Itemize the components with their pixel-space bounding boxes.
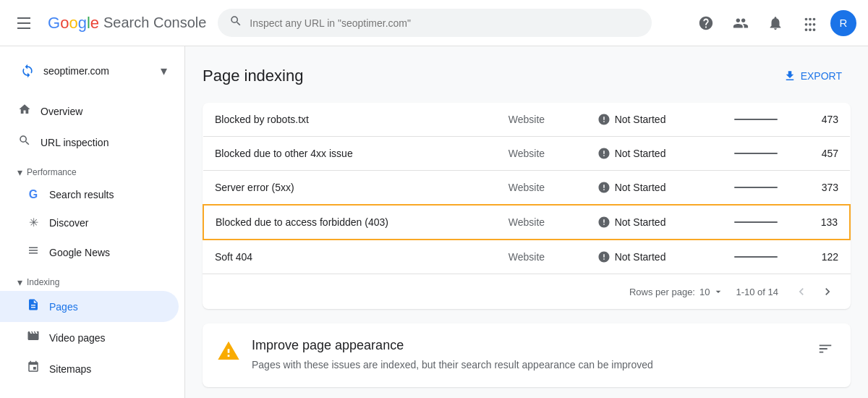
status-text: Not Started (615, 216, 666, 228)
status-text: Not Started (615, 182, 666, 193)
indexing-table-card: Blocked by robots.txt Website Not Starte… (203, 103, 851, 309)
improve-card: Improve page appearance Pages with these… (203, 323, 851, 387)
sidebar-item-search-results[interactable]: G Search results (0, 181, 179, 208)
site-selector[interactable]: seoptimer.com ▾ (6, 55, 179, 93)
sidebar: seoptimer.com ▾ Overview URL inspection … (0, 46, 185, 398)
next-page-button[interactable] (816, 280, 839, 303)
search-bar[interactable] (218, 9, 652, 37)
discover-icon: ✳ (26, 216, 41, 229)
improve-content: Improve page appearance Pages with these… (252, 338, 803, 373)
grid-button[interactable] (796, 9, 825, 38)
main-content: Page indexing EXPORT Blocked by robots.t… (185, 46, 868, 398)
row-type: Website (497, 240, 586, 274)
menu-icon[interactable] (12, 12, 36, 35)
page-header: Page indexing EXPORT (203, 64, 851, 88)
sidebar-item-pages[interactable]: Pages (0, 291, 179, 322)
status-icon (597, 147, 610, 160)
sidebar-item-pages-label: Pages (49, 301, 78, 313)
sidebar-item-sitemaps-label: Sitemaps (49, 363, 91, 375)
sidebar-item-discover-label: Discover (49, 217, 88, 229)
site-name: seoptimer.com (43, 65, 155, 77)
header-icons: R (692, 9, 856, 38)
status-text: Not Started (615, 114, 666, 125)
people-button[interactable] (726, 9, 755, 38)
sidebar-item-discover[interactable]: ✳ Discover (0, 208, 179, 237)
status-text: Not Started (615, 148, 666, 159)
sitemaps-icon (26, 360, 41, 377)
pages-icon (26, 298, 41, 315)
prev-page-button[interactable] (790, 280, 813, 303)
sidebar-item-search-results-label: Search results (49, 189, 114, 200)
table-row[interactable]: Blocked due to access forbidden (403) We… (203, 205, 850, 240)
row-type: Website (497, 137, 586, 171)
rows-per-page-label: Rows per page: (629, 287, 695, 297)
row-name: Soft 404 (203, 240, 497, 274)
row-status: Not Started (586, 171, 723, 206)
row-type: Website (497, 205, 586, 240)
sidebar-item-google-news[interactable]: Google News (0, 237, 179, 268)
sidebar-item-overview-label: Overview (41, 106, 82, 117)
table-footer: Rows per page: 10 1-10 of 14 (203, 274, 851, 309)
sidebar-item-sitemaps[interactable]: Sitemaps (0, 353, 179, 384)
row-count: 133 (789, 205, 850, 240)
help-button[interactable] (692, 9, 720, 38)
row-count: 122 (789, 240, 850, 274)
row-bar (723, 205, 789, 240)
page-title: Page indexing (203, 67, 303, 85)
row-bar (723, 171, 789, 206)
warning-icon (217, 339, 240, 368)
news-icon (26, 244, 41, 261)
page-nav (790, 280, 839, 303)
sidebar-item-url-inspection-label: URL inspection (41, 137, 109, 148)
row-type: Website (497, 103, 586, 137)
header-left: Google Search Console (12, 12, 206, 35)
status-icon (597, 216, 610, 229)
row-count: 473 (789, 103, 850, 137)
indexing-expand-icon: ▾ (17, 276, 22, 288)
video-icon (26, 329, 41, 346)
row-status: Not Started (586, 103, 723, 137)
performance-expand-icon: ▾ (17, 166, 22, 178)
body: seoptimer.com ▾ Overview URL inspection … (0, 46, 868, 398)
table-row[interactable]: Blocked by robots.txt Website Not Starte… (203, 103, 850, 137)
row-type: Website (497, 171, 586, 206)
sidebar-item-google-news-label: Google News (49, 247, 110, 258)
row-name: Server error (5xx) (203, 171, 497, 206)
avatar[interactable]: R (830, 10, 856, 36)
sidebar-item-url-inspection[interactable]: URL inspection (0, 127, 179, 158)
table-row[interactable]: Server error (5xx) Website Not Started 3… (203, 171, 850, 206)
search-icon (229, 14, 242, 31)
row-bar (723, 240, 789, 274)
row-status: Not Started (586, 240, 723, 274)
status-icon (597, 113, 610, 126)
table-row[interactable]: Soft 404 Website Not Started 122 (203, 240, 850, 274)
sidebar-item-video-pages[interactable]: Video pages (0, 322, 179, 353)
status-icon (597, 250, 610, 263)
improve-desc: Pages with these issues are indexed, but… (252, 357, 803, 373)
performance-section-label[interactable]: ▾ Performance (0, 158, 184, 181)
sidebar-item-overview[interactable]: Overview (0, 96, 179, 127)
row-count: 373 (789, 171, 850, 206)
search-input[interactable] (250, 17, 640, 29)
rows-per-page: Rows per page: 10 (629, 286, 725, 297)
site-chevron-icon: ▾ (161, 63, 167, 79)
rows-per-page-select[interactable]: 10 (699, 286, 724, 297)
notification-button[interactable] (761, 9, 790, 38)
row-name: Blocked by robots.txt (203, 103, 497, 137)
improve-action-button[interactable] (814, 338, 836, 363)
table-row[interactable]: Blocked due to other 4xx issue Website N… (203, 137, 850, 171)
row-status: Not Started (586, 137, 723, 171)
row-count: 457 (789, 137, 850, 171)
indexing-label: Indexing (27, 277, 59, 287)
row-name: Blocked due to other 4xx issue (203, 137, 497, 171)
export-button[interactable]: EXPORT (775, 64, 851, 88)
performance-label: Performance (27, 167, 77, 177)
rows-per-page-value: 10 (699, 287, 710, 297)
search-small-icon (17, 134, 32, 151)
row-bar (723, 103, 789, 137)
row-bar (723, 137, 789, 171)
row-name: Blocked due to access forbidden (403) (203, 205, 497, 240)
indexing-section-label[interactable]: ▾ Indexing (0, 268, 184, 291)
app-header: Google Search Console R (0, 0, 868, 46)
home-icon (17, 103, 32, 119)
